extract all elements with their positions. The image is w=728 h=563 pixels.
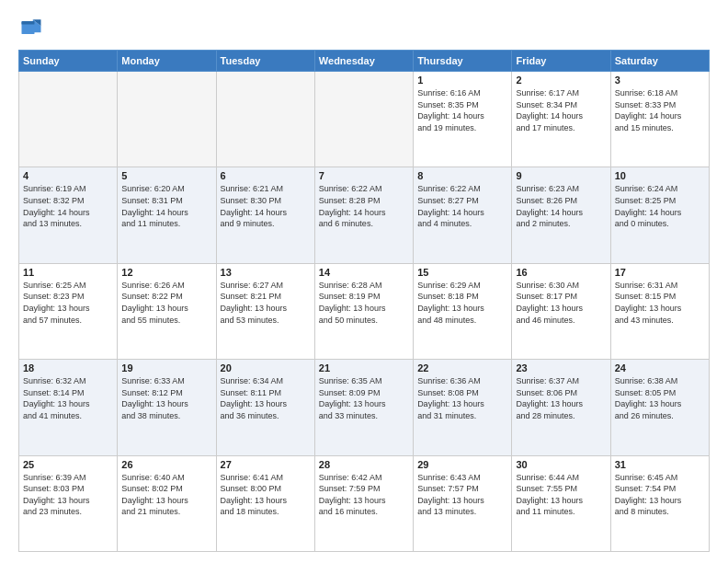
calendar-cell: 10Sunrise: 6:24 AM Sunset: 8:25 PM Dayli… bbox=[610, 167, 709, 263]
day-info: Sunrise: 6:26 AM Sunset: 8:22 PM Dayligh… bbox=[121, 280, 211, 326]
calendar-cell: 14Sunrise: 6:28 AM Sunset: 8:19 PM Dayli… bbox=[314, 263, 413, 359]
calendar-body: 1Sunrise: 6:16 AM Sunset: 8:35 PM Daylig… bbox=[19, 72, 710, 552]
day-info: Sunrise: 6:29 AM Sunset: 8:18 PM Dayligh… bbox=[417, 280, 507, 326]
day-number: 11 bbox=[23, 267, 113, 278]
day-number: 14 bbox=[319, 267, 409, 278]
day-info: Sunrise: 6:28 AM Sunset: 8:19 PM Dayligh… bbox=[319, 280, 409, 326]
calendar-cell: 5Sunrise: 6:20 AM Sunset: 8:31 PM Daylig… bbox=[118, 167, 216, 263]
calendar-cell bbox=[118, 72, 216, 167]
day-number: 18 bbox=[23, 362, 113, 373]
calendar-cell bbox=[19, 72, 118, 167]
day-info: Sunrise: 6:45 AM Sunset: 7:54 PM Dayligh… bbox=[615, 472, 705, 518]
calendar-week-3: 11Sunrise: 6:25 AM Sunset: 8:23 PM Dayli… bbox=[19, 263, 710, 359]
day-number: 10 bbox=[615, 170, 705, 181]
calendar-cell: 2Sunrise: 6:17 AM Sunset: 8:34 PM Daylig… bbox=[512, 72, 610, 167]
weekday-friday: Friday bbox=[512, 51, 610, 72]
day-info: Sunrise: 6:31 AM Sunset: 8:15 PM Dayligh… bbox=[615, 280, 705, 326]
calendar-cell: 3Sunrise: 6:18 AM Sunset: 8:33 PM Daylig… bbox=[610, 72, 709, 167]
day-info: Sunrise: 6:38 AM Sunset: 8:05 PM Dayligh… bbox=[615, 375, 705, 421]
weekday-header-row: SundayMondayTuesdayWednesdayThursdayFrid… bbox=[19, 51, 710, 72]
day-info: Sunrise: 6:22 AM Sunset: 8:27 PM Dayligh… bbox=[417, 183, 507, 229]
day-number: 24 bbox=[615, 362, 705, 373]
day-info: Sunrise: 6:43 AM Sunset: 7:57 PM Dayligh… bbox=[417, 472, 507, 518]
calendar-cell bbox=[314, 72, 413, 167]
day-number: 20 bbox=[221, 362, 311, 373]
day-info: Sunrise: 6:17 AM Sunset: 8:34 PM Dayligh… bbox=[516, 87, 606, 133]
day-info: Sunrise: 6:20 AM Sunset: 8:31 PM Dayligh… bbox=[121, 183, 211, 229]
day-info: Sunrise: 6:30 AM Sunset: 8:17 PM Dayligh… bbox=[516, 280, 606, 326]
day-number: 29 bbox=[417, 459, 507, 470]
weekday-thursday: Thursday bbox=[414, 51, 512, 72]
day-info: Sunrise: 6:36 AM Sunset: 8:08 PM Dayligh… bbox=[417, 375, 507, 421]
day-number: 2 bbox=[516, 75, 606, 86]
day-info: Sunrise: 6:27 AM Sunset: 8:21 PM Dayligh… bbox=[221, 280, 311, 326]
weekday-wednesday: Wednesday bbox=[314, 51, 413, 72]
calendar-cell: 31Sunrise: 6:45 AM Sunset: 7:54 PM Dayli… bbox=[610, 455, 709, 551]
day-number: 4 bbox=[23, 170, 113, 181]
calendar-cell: 12Sunrise: 6:26 AM Sunset: 8:22 PM Dayli… bbox=[118, 263, 216, 359]
weekday-sunday: Sunday bbox=[19, 51, 118, 72]
svg-rect-4 bbox=[22, 21, 35, 25]
calendar-cell: 21Sunrise: 6:35 AM Sunset: 8:09 PM Dayli… bbox=[314, 360, 413, 455]
calendar-cell: 23Sunrise: 6:37 AM Sunset: 8:06 PM Dayli… bbox=[512, 360, 610, 455]
day-number: 5 bbox=[121, 170, 211, 181]
day-number: 8 bbox=[417, 170, 507, 181]
calendar-week-4: 18Sunrise: 6:32 AM Sunset: 8:14 PM Dayli… bbox=[19, 360, 710, 455]
day-number: 3 bbox=[615, 75, 705, 86]
calendar-cell: 26Sunrise: 6:40 AM Sunset: 8:02 PM Dayli… bbox=[118, 455, 216, 551]
day-number: 21 bbox=[319, 362, 409, 373]
calendar-cell: 16Sunrise: 6:30 AM Sunset: 8:17 PM Dayli… bbox=[512, 263, 610, 359]
day-number: 30 bbox=[516, 459, 606, 470]
day-number: 16 bbox=[516, 267, 606, 278]
calendar-cell: 8Sunrise: 6:22 AM Sunset: 8:27 PM Daylig… bbox=[414, 167, 512, 263]
calendar-week-1: 1Sunrise: 6:16 AM Sunset: 8:35 PM Daylig… bbox=[19, 72, 710, 167]
day-info: Sunrise: 6:34 AM Sunset: 8:11 PM Dayligh… bbox=[221, 375, 311, 421]
weekday-tuesday: Tuesday bbox=[216, 51, 314, 72]
calendar-cell: 6Sunrise: 6:21 AM Sunset: 8:30 PM Daylig… bbox=[216, 167, 314, 263]
calendar-cell: 15Sunrise: 6:29 AM Sunset: 8:18 PM Dayli… bbox=[414, 263, 512, 359]
day-info: Sunrise: 6:33 AM Sunset: 8:12 PM Dayligh… bbox=[121, 375, 211, 421]
day-info: Sunrise: 6:18 AM Sunset: 8:33 PM Dayligh… bbox=[615, 87, 705, 133]
calendar-cell: 11Sunrise: 6:25 AM Sunset: 8:23 PM Dayli… bbox=[19, 263, 118, 359]
calendar-cell: 9Sunrise: 6:23 AM Sunset: 8:26 PM Daylig… bbox=[512, 167, 610, 263]
calendar-header: SundayMondayTuesdayWednesdayThursdayFrid… bbox=[19, 51, 710, 72]
calendar-cell: 7Sunrise: 6:22 AM Sunset: 8:28 PM Daylig… bbox=[314, 167, 413, 263]
weekday-monday: Monday bbox=[118, 51, 216, 72]
logo bbox=[18, 15, 48, 40]
day-info: Sunrise: 6:44 AM Sunset: 7:55 PM Dayligh… bbox=[516, 472, 606, 518]
day-info: Sunrise: 6:42 AM Sunset: 7:59 PM Dayligh… bbox=[319, 472, 409, 518]
day-info: Sunrise: 6:41 AM Sunset: 8:00 PM Dayligh… bbox=[221, 472, 311, 518]
calendar-cell bbox=[216, 72, 314, 167]
day-number: 12 bbox=[121, 267, 211, 278]
calendar-cell: 1Sunrise: 6:16 AM Sunset: 8:35 PM Daylig… bbox=[414, 72, 512, 167]
calendar-cell: 24Sunrise: 6:38 AM Sunset: 8:05 PM Dayli… bbox=[610, 360, 709, 455]
day-info: Sunrise: 6:16 AM Sunset: 8:35 PM Dayligh… bbox=[417, 87, 507, 133]
day-info: Sunrise: 6:22 AM Sunset: 8:28 PM Dayligh… bbox=[319, 183, 409, 229]
calendar-week-2: 4Sunrise: 6:19 AM Sunset: 8:32 PM Daylig… bbox=[19, 167, 710, 263]
weekday-saturday: Saturday bbox=[610, 51, 709, 72]
day-info: Sunrise: 6:39 AM Sunset: 8:03 PM Dayligh… bbox=[23, 472, 113, 518]
day-info: Sunrise: 6:37 AM Sunset: 8:06 PM Dayligh… bbox=[516, 375, 606, 421]
day-number: 15 bbox=[417, 267, 507, 278]
day-number: 25 bbox=[23, 459, 113, 470]
day-number: 31 bbox=[615, 459, 705, 470]
day-info: Sunrise: 6:35 AM Sunset: 8:09 PM Dayligh… bbox=[319, 375, 409, 421]
calendar-cell: 30Sunrise: 6:44 AM Sunset: 7:55 PM Dayli… bbox=[512, 455, 610, 551]
day-number: 26 bbox=[121, 459, 211, 470]
day-number: 1 bbox=[417, 75, 507, 86]
calendar-table: SundayMondayTuesdayWednesdayThursdayFrid… bbox=[18, 50, 710, 552]
day-number: 13 bbox=[221, 267, 311, 278]
day-number: 19 bbox=[121, 362, 211, 373]
page: SundayMondayTuesdayWednesdayThursdayFrid… bbox=[0, 0, 728, 563]
day-info: Sunrise: 6:23 AM Sunset: 8:26 PM Dayligh… bbox=[516, 183, 606, 229]
calendar-cell: 19Sunrise: 6:33 AM Sunset: 8:12 PM Dayli… bbox=[118, 360, 216, 455]
day-number: 27 bbox=[221, 459, 311, 470]
calendar-cell: 18Sunrise: 6:32 AM Sunset: 8:14 PM Dayli… bbox=[19, 360, 118, 455]
calendar-cell: 25Sunrise: 6:39 AM Sunset: 8:03 PM Dayli… bbox=[19, 455, 118, 551]
calendar-cell: 4Sunrise: 6:19 AM Sunset: 8:32 PM Daylig… bbox=[19, 167, 118, 263]
day-number: 22 bbox=[417, 362, 507, 373]
calendar-cell: 27Sunrise: 6:41 AM Sunset: 8:00 PM Dayli… bbox=[216, 455, 314, 551]
day-info: Sunrise: 6:21 AM Sunset: 8:30 PM Dayligh… bbox=[221, 183, 311, 229]
calendar-cell: 22Sunrise: 6:36 AM Sunset: 8:08 PM Dayli… bbox=[414, 360, 512, 455]
day-info: Sunrise: 6:32 AM Sunset: 8:14 PM Dayligh… bbox=[23, 375, 113, 421]
